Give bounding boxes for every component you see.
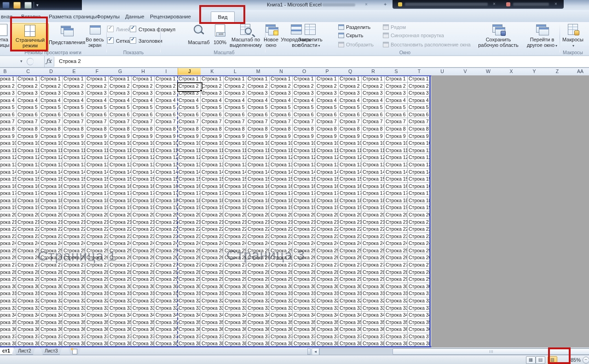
cell[interactable]: Строка 34	[155, 312, 178, 319]
cell[interactable]: Строка 25	[339, 247, 362, 255]
cell[interactable]: Строка 32	[408, 297, 431, 305]
cell[interactable]: Строка 15	[155, 176, 178, 183]
close-icon[interactable]: ×	[365, 2, 368, 7]
cell[interactable]: Строка 28	[339, 269, 362, 276]
cell[interactable]: Строка 3	[224, 90, 247, 97]
cell[interactable]: Строка 24	[339, 240, 362, 247]
cell[interactable]: Строка 10	[270, 140, 293, 147]
cell[interactable]: Строка 17	[63, 190, 86, 197]
cell[interactable]: Строка 11	[86, 147, 109, 154]
cell[interactable]: Строка 31	[0, 290, 17, 297]
cell[interactable]: Строка 28	[201, 269, 224, 276]
cell[interactable]: Строка 36	[339, 326, 362, 333]
cell[interactable]: Строка 22	[385, 226, 408, 233]
cell[interactable]: Строка 16	[201, 183, 224, 190]
cell[interactable]: Строка 19	[109, 204, 132, 211]
cell[interactable]: Строка 36	[316, 326, 339, 333]
cell[interactable]: Строка 15	[316, 176, 339, 183]
cell[interactable]: Строка 17	[109, 190, 132, 197]
cell[interactable]: Строка 36	[40, 326, 63, 333]
cell[interactable]: Строка 4	[40, 97, 63, 104]
cell[interactable]: Строка 13	[17, 161, 40, 169]
column-header-T[interactable]: T	[408, 68, 431, 75]
cell[interactable]: Строка 16	[155, 183, 178, 190]
cell[interactable]: Строка 4	[109, 97, 132, 104]
cell[interactable]: Строка 20	[0, 211, 17, 219]
cell[interactable]: Строка 10	[178, 140, 201, 147]
cell[interactable]: Строка 11	[63, 147, 86, 154]
cell[interactable]: Строка 24	[155, 240, 178, 247]
cell[interactable]: Строка 19	[339, 204, 362, 211]
cell[interactable]: Строка 10	[385, 140, 408, 147]
cell[interactable]: Строка 28	[316, 269, 339, 276]
cell[interactable]: Строка 22	[86, 226, 109, 233]
cell[interactable]: Строка 35	[247, 319, 270, 326]
cell[interactable]: Строка 26	[17, 254, 40, 262]
cell[interactable]: Строка 27	[201, 262, 224, 269]
cell[interactable]: Строка 30	[224, 283, 247, 290]
cell[interactable]: Строка 11	[293, 147, 316, 154]
cell[interactable]: Строка 29	[132, 276, 155, 283]
cell[interactable]: Строка 17	[201, 190, 224, 197]
column-header-D[interactable]: D	[40, 68, 63, 75]
cell[interactable]: Строка 24	[86, 240, 109, 247]
cell[interactable]: Строка 5	[224, 104, 247, 111]
cell[interactable]: Строка 37	[201, 333, 224, 341]
cell[interactable]: Строка 7	[339, 118, 362, 125]
cell[interactable]: Строка 6	[132, 111, 155, 119]
cell[interactable]: Строка 18	[408, 197, 431, 205]
customize-caret-icon[interactable]: ▾	[36, 3, 39, 7]
cell[interactable]: Строка 15	[385, 176, 408, 183]
cell[interactable]: Строка 8	[178, 125, 201, 133]
cell[interactable]: Строка 29	[362, 276, 385, 283]
cell[interactable]: Строка 23	[408, 233, 431, 240]
cell[interactable]: Строка 2	[40, 83, 63, 90]
cell[interactable]: Строка 19	[155, 204, 178, 211]
cell[interactable]: Строка 23	[270, 233, 293, 240]
cell[interactable]: Строка 31	[339, 290, 362, 297]
cell[interactable]: Строка 30	[40, 283, 63, 290]
cell[interactable]: Строка 29	[385, 276, 408, 283]
cell[interactable]: Строка 36	[247, 326, 270, 333]
cell[interactable]: Строка 28	[86, 269, 109, 276]
cell[interactable]: Строка 24	[201, 240, 224, 247]
cell[interactable]: Строка 15	[293, 176, 316, 183]
cell[interactable]: Строка 13	[86, 161, 109, 169]
cell[interactable]: Строка 37	[247, 333, 270, 341]
cell[interactable]: Строка 15	[0, 176, 17, 183]
cell[interactable]: Строка 16	[316, 183, 339, 190]
cell[interactable]: Строка 24	[270, 240, 293, 247]
cell[interactable]: Строка 19	[0, 204, 17, 211]
cell[interactable]: Строка 11	[178, 147, 201, 154]
cell[interactable]: Строка 14	[316, 169, 339, 176]
cell[interactable]: Строка 24	[40, 240, 63, 247]
cell[interactable]: Строка 27	[385, 262, 408, 269]
cell[interactable]: Строка 29	[40, 276, 63, 283]
cell[interactable]: Строка 18	[293, 197, 316, 205]
save-icon[interactable]	[2, 2, 10, 9]
cell[interactable]: Строка 37	[408, 333, 431, 341]
cell[interactable]: Строка 36	[155, 326, 178, 333]
cell[interactable]: Строка 21	[408, 219, 431, 226]
cell[interactable]: Строка 36	[109, 326, 132, 333]
formula-field[interactable]	[54, 56, 589, 67]
cell[interactable]: Строка 11	[0, 147, 17, 154]
cell[interactable]: Строка 12	[17, 154, 40, 161]
cell[interactable]: Строка 9	[408, 133, 431, 140]
cell[interactable]: Строка 10	[339, 140, 362, 147]
cell[interactable]: Строка 10	[0, 140, 17, 147]
cell[interactable]: Строка 16	[247, 183, 270, 190]
cell[interactable]: Строка 30	[247, 283, 270, 290]
cell[interactable]: Строка 4	[86, 97, 109, 104]
cell[interactable]: Строка 35	[339, 319, 362, 326]
cell[interactable]: Строка 2	[201, 83, 224, 90]
cell[interactable]: Строка 31	[86, 290, 109, 297]
cell[interactable]: Строка 4	[155, 97, 178, 104]
cell[interactable]: Строка 32	[155, 297, 178, 305]
cell[interactable]: Строка 33	[316, 305, 339, 312]
cell[interactable]: Строка 31	[408, 290, 431, 297]
tab-close-icon[interactable]: ×	[554, 1, 557, 6]
cell[interactable]: Строка 12	[155, 154, 178, 161]
cell[interactable]: Строка 33	[155, 305, 178, 312]
cell[interactable]: Строка 20	[247, 211, 270, 219]
